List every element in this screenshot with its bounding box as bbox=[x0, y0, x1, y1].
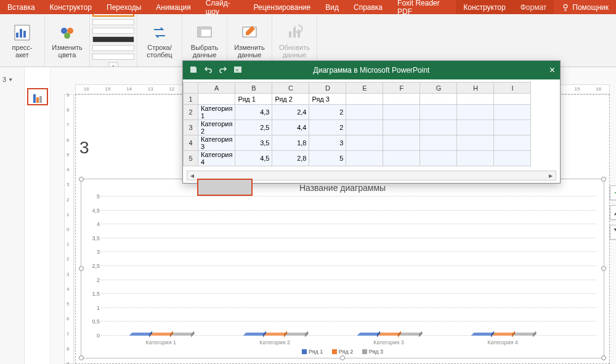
scroll-right-icon[interactable]: ▸ bbox=[546, 171, 556, 180]
grid-cell[interactable] bbox=[420, 105, 457, 120]
tab-transitions[interactable]: Переходы bbox=[99, 0, 148, 14]
grid-cell[interactable]: Категория 4 bbox=[198, 151, 235, 166]
grid-cell[interactable]: Ряд 3 bbox=[309, 94, 346, 105]
row-header[interactable]: 2 bbox=[184, 105, 198, 120]
outline-toggle[interactable]: 3▼ bbox=[0, 75, 24, 84]
tab-animations[interactable]: Анимация bbox=[148, 0, 198, 14]
grid-cell[interactable]: 2,4 bbox=[272, 105, 309, 120]
tab-view[interactable]: Вид bbox=[318, 0, 346, 14]
resize-handle[interactable] bbox=[79, 355, 84, 360]
tab-slideshow[interactable]: Слайд-шоу bbox=[198, 0, 246, 14]
tell-me[interactable]: Помощник bbox=[554, 0, 616, 14]
tab-foxit[interactable]: Foxit Reader PDF bbox=[390, 0, 456, 14]
row-header[interactable]: 5 bbox=[184, 151, 198, 166]
grid-cell[interactable]: 3 bbox=[309, 135, 346, 151]
change-colors-button[interactable]: Изменить цвета bbox=[49, 23, 86, 59]
chart-styles-button[interactable] bbox=[610, 205, 616, 220]
grid-cell[interactable] bbox=[420, 94, 457, 105]
scroll-thumb[interactable] bbox=[197, 179, 253, 196]
column-header[interactable]: A bbox=[198, 83, 235, 94]
tab-chart-design[interactable]: Конструктор bbox=[456, 0, 513, 14]
grid-cell[interactable]: 5 bbox=[309, 151, 346, 166]
grid-cell[interactable] bbox=[383, 151, 420, 166]
grid-cell[interactable] bbox=[457, 135, 494, 151]
grid-cell[interactable] bbox=[420, 135, 457, 151]
horizontal-scrollbar[interactable]: ◂ ▸ bbox=[187, 171, 556, 180]
grid-cell[interactable] bbox=[346, 120, 383, 135]
grid-cell[interactable] bbox=[457, 105, 494, 120]
grid-cell[interactable] bbox=[346, 105, 383, 120]
resize-handle[interactable] bbox=[601, 355, 606, 360]
grid-cell[interactable]: 2,8 bbox=[272, 151, 309, 166]
grid-cell[interactable]: Ряд 1 bbox=[235, 94, 272, 105]
data-grid[interactable]: ABCDEFGHI1Ряд 1Ряд 2Ряд 32Категория 14,3… bbox=[183, 79, 560, 166]
grid-cell[interactable] bbox=[383, 120, 420, 135]
grid-cell[interactable]: 4,4 bbox=[272, 120, 309, 135]
column-header[interactable]: B bbox=[235, 83, 272, 94]
chart-object[interactable]: Название диаграммы 54,543,532,521,510,50… bbox=[81, 179, 604, 358]
grid-cell[interactable]: 2 bbox=[309, 120, 346, 135]
chart-style-6[interactable] bbox=[92, 36, 134, 42]
grid-cell[interactable]: Категория 2 bbox=[198, 120, 235, 135]
edit-data-button[interactable]: Изменить данные bbox=[231, 23, 268, 59]
grid-cell[interactable] bbox=[346, 94, 383, 105]
tab-review[interactable]: Рецензирование bbox=[246, 0, 318, 14]
grid-cell[interactable] bbox=[420, 120, 457, 135]
grid-cell[interactable]: 2 bbox=[309, 105, 346, 120]
chart-style-8[interactable] bbox=[92, 54, 134, 60]
chart-data-window[interactable]: x Диаграмма в Microsoft PowerPoint × ABC… bbox=[182, 60, 561, 184]
grid-cell[interactable]: 4,3 bbox=[235, 105, 272, 120]
corner-cell[interactable] bbox=[184, 83, 198, 94]
chart-style-5[interactable] bbox=[92, 28, 134, 34]
grid-cell[interactable]: 4,5 bbox=[235, 151, 272, 166]
grid-cell[interactable]: 1,8 bbox=[272, 135, 309, 151]
chart-elements-button[interactable]: ＋ bbox=[610, 185, 616, 200]
grid-cell[interactable] bbox=[457, 151, 494, 166]
grid-cell[interactable] bbox=[346, 151, 383, 166]
chart-filters-button[interactable] bbox=[610, 225, 616, 240]
tab-insert[interactable]: Вставка bbox=[0, 0, 43, 14]
quick-layout-button[interactable]: пресс- акет bbox=[4, 23, 41, 59]
column-header[interactable]: I bbox=[494, 83, 531, 94]
tab-design[interactable]: Конструктор bbox=[43, 0, 99, 14]
grid-cell[interactable]: Категория 1 bbox=[198, 105, 235, 120]
gallery-up-icon[interactable]: ▲ bbox=[109, 63, 118, 67]
grid-cell[interactable] bbox=[420, 151, 457, 166]
grid-cell[interactable] bbox=[494, 105, 531, 120]
grid-cell[interactable] bbox=[383, 135, 420, 151]
scroll-left-icon[interactable]: ◂ bbox=[187, 171, 197, 180]
resize-handle[interactable] bbox=[340, 355, 345, 360]
column-header[interactable]: D bbox=[309, 83, 346, 94]
column-header[interactable]: H bbox=[457, 83, 494, 94]
tab-help[interactable]: Справка bbox=[346, 0, 390, 14]
row-header[interactable]: 4 bbox=[184, 135, 198, 151]
data-window-titlebar[interactable]: x Диаграмма в Microsoft PowerPoint × bbox=[183, 61, 560, 79]
grid-cell[interactable]: Ряд 2 bbox=[272, 94, 309, 105]
chart-style-3[interactable] bbox=[92, 14, 134, 17]
column-header[interactable]: G bbox=[420, 83, 457, 94]
grid-cell[interactable] bbox=[494, 120, 531, 135]
resize-handle[interactable] bbox=[601, 177, 606, 182]
grid-cell[interactable] bbox=[494, 151, 531, 166]
switch-row-column-button[interactable]: Строка/ столбец bbox=[141, 23, 178, 59]
slide-thumb-3[interactable] bbox=[27, 88, 48, 105]
chart-style-4[interactable] bbox=[92, 19, 134, 25]
grid-cell[interactable] bbox=[198, 94, 235, 105]
grid-cell[interactable] bbox=[346, 135, 383, 151]
grid-cell[interactable] bbox=[383, 105, 420, 120]
close-icon[interactable]: × bbox=[549, 65, 555, 76]
grid-cell[interactable] bbox=[494, 135, 531, 151]
column-header[interactable]: C bbox=[272, 83, 309, 94]
grid-cell[interactable] bbox=[494, 94, 531, 105]
grid-cell[interactable]: 3,5 bbox=[235, 135, 272, 151]
resize-handle[interactable] bbox=[601, 266, 606, 271]
grid-cell[interactable]: 2,5 bbox=[235, 120, 272, 135]
select-data-button[interactable]: Выбрать данные bbox=[186, 23, 223, 59]
resize-handle[interactable] bbox=[79, 266, 84, 271]
column-header[interactable]: F bbox=[383, 83, 420, 94]
row-header[interactable]: 1 bbox=[184, 94, 198, 105]
chart-style-7[interactable] bbox=[92, 45, 134, 51]
grid-cell[interactable] bbox=[457, 120, 494, 135]
row-header[interactable]: 3 bbox=[184, 120, 198, 135]
column-header[interactable]: E bbox=[346, 83, 383, 94]
